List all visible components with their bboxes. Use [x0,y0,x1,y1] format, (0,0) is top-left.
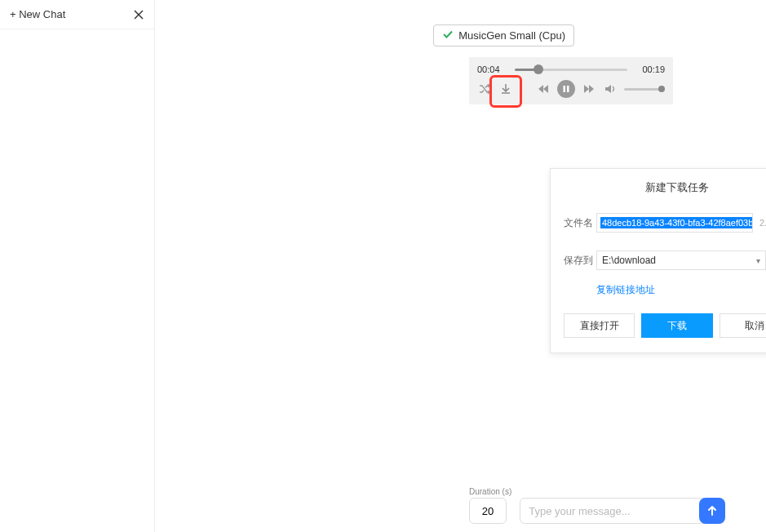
main-area: MusicGen Small (Cpu) 00:04 00:19 [155,0,766,532]
volume-slider[interactable] [624,84,665,94]
model-name: MusicGen Small (Cpu) [458,29,565,42]
sidebar: + New Chat [0,0,155,532]
svg-rect-4 [564,86,566,92]
open-button[interactable]: 直接打开 [564,313,635,338]
download-dialog: 新建下载任务 文件名 48decb18-9a43-43f0-bfa3-42f8a… [550,168,766,353]
svg-marker-8 [605,85,611,93]
progress-slider[interactable] [515,64,627,75]
cancel-button[interactable]: 取消 [720,313,766,338]
file-size: 2.43MB [759,218,766,228]
message-input[interactable] [520,498,725,524]
dialog-title: 新建下载任务 [564,180,766,195]
current-time: 00:04 [477,64,507,74]
duration-label: Duration (s) [469,487,511,496]
svg-marker-2 [538,85,543,93]
total-time: 00:19 [635,64,665,74]
filename-selected: 48decb18-9a43-43f0-bfa3-42f8aef03b33 [600,217,753,228]
copy-link[interactable]: 复制链接地址 [596,283,766,297]
svg-marker-3 [543,85,548,93]
save-label: 保存到 [564,254,596,268]
svg-rect-5 [567,86,569,92]
download-button[interactable]: 下载 [641,313,712,338]
filename-input[interactable]: 48decb18-9a43-43f0-bfa3-42f8aef03b33 .wa… [596,213,753,233]
svg-marker-7 [589,85,594,93]
duration-input[interactable] [469,498,507,524]
forward-icon[interactable] [582,82,596,96]
save-path-select[interactable]: E:\download ▾ [596,250,766,270]
shuffle-icon[interactable] [477,82,492,96]
input-bar: Duration (s) [469,487,725,524]
sidebar-header: + New Chat [0,0,154,29]
file-label: 文件名 [564,216,596,230]
chevron-down-icon: ▾ [756,256,760,265]
send-button[interactable] [699,498,725,524]
rewind-icon[interactable] [536,82,551,96]
audio-player: 00:04 00:19 [469,57,673,104]
model-badge: MusicGen Small (Cpu) [433,24,574,47]
download-icon[interactable] [498,82,513,96]
volume-icon[interactable] [603,82,618,96]
save-path-value: E:\download [602,255,656,266]
new-chat-button[interactable]: + New Chat [10,8,65,20]
svg-marker-6 [584,85,589,93]
check-icon [442,29,454,42]
pause-button[interactable] [557,80,575,98]
close-icon[interactable] [133,9,144,20]
